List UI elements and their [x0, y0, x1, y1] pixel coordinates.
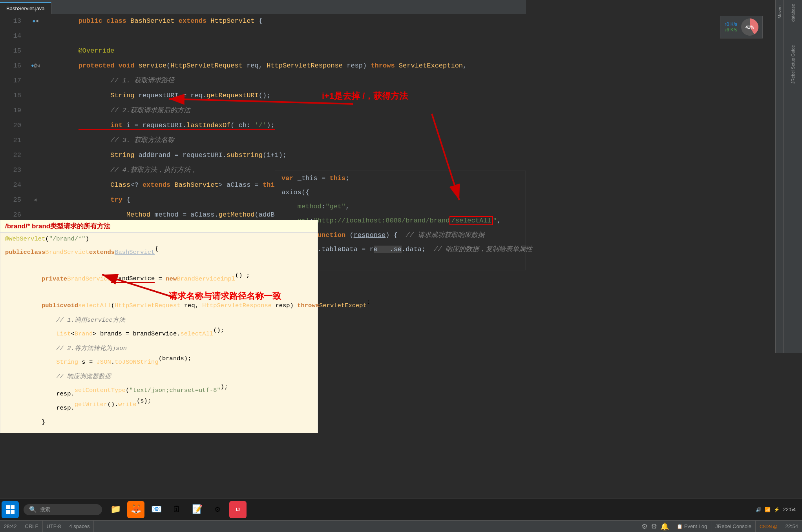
jrebel-label[interactable]: JRebel Setup Guide	[791, 45, 795, 84]
line-num-16: 16	[0, 58, 27, 73]
js-line-2: axios({	[275, 185, 526, 199]
status-indent[interactable]: 4 spaces	[65, 521, 94, 532]
brand-header-label: /brand/* brand类型请求的所有方法	[0, 220, 318, 233]
annotation-arrow1-text: i+1是去掉 /，获得方法	[322, 90, 408, 102]
bottom-line-14: }	[0, 412, 318, 433]
bottom-line-12: resp.setContentType("text/json;charset=u…	[0, 383, 318, 397]
maven-label[interactable]: Maven	[776, 4, 784, 20]
bottom-line-9: // 2.将方法转化为json	[0, 341, 318, 355]
bottom-popup: /brand/* brand类型请求的所有方法 @WebServlet("/br…	[0, 220, 318, 433]
clock: 22:54	[783, 506, 796, 512]
right-panel: database JRebel Setup Guide	[783, 0, 802, 353]
jrebel-console-text: JRebel Console	[715, 523, 751, 529]
gutter-arrow-13: ◄	[36, 14, 38, 29]
tab-bar: BashServiet.java	[0, 0, 526, 14]
gutter-bookmark-25: ◁	[34, 193, 37, 208]
tab-label: BashServiet.java	[6, 5, 45, 11]
maven-panel: Maven	[775, 0, 783, 353]
status-position-text: 28:42	[4, 523, 17, 529]
annotation-arrow2-text: 请求名称与请求路径名称一致	[169, 290, 281, 302]
line-num-18: 18	[0, 88, 27, 103]
jrebel-console[interactable]: JRebel Console	[711, 521, 756, 532]
bottom-line-8: List<Brand> brands = brandService.select…	[0, 327, 318, 341]
bottom-line-4: private BrandService brandService = new …	[0, 272, 318, 286]
indent-text: 4 spaces	[69, 523, 90, 529]
svg-rect-8	[11, 510, 15, 514]
taskbar-icon-intellij[interactable]: IJ	[229, 501, 247, 518]
event-log-text: Event Log	[684, 523, 707, 529]
tray-icon-2: 📶	[765, 507, 771, 512]
taskbar-icon-3[interactable]: 📧	[148, 501, 165, 518]
gutter-icon-16b: @	[34, 58, 37, 73]
gutter-25: ◁	[27, 193, 43, 208]
bottom-line-11: // 响应浏览器数据	[0, 369, 318, 383]
line-ending-text: CRLF	[25, 523, 38, 529]
speed-up: ↑0 K/s	[724, 22, 737, 27]
js-line-1: var _this = this;	[275, 171, 526, 185]
line-num-24: 24	[0, 178, 27, 193]
network-widget: ↑0 K/s ↓6 K/s 41%	[720, 16, 763, 38]
speed-down: ↓6 K/s	[724, 27, 737, 33]
bottom-line-7: // 1.调用service方法	[0, 313, 318, 327]
taskbar-icon-5[interactable]: 📝	[188, 501, 206, 518]
line-num-14: 14	[0, 29, 27, 44]
bottom-line-13: resp.getWriter().write(s);	[0, 397, 318, 412]
tray-icon-3: ⚡	[774, 507, 780, 512]
search-text: 搜索	[40, 506, 50, 513]
line-num-20: 20	[0, 118, 27, 133]
status-line-ending[interactable]: CRLF	[21, 521, 43, 532]
bottom-line-2: public class BrandServiet extends BashSe…	[0, 245, 318, 259]
js-line-3: method:"get",	[275, 199, 526, 213]
taskbar-icon-6[interactable]: ⚙	[209, 501, 226, 518]
bottom-line-3	[0, 259, 318, 272]
bottom-line-10: String s = JSON.toJSONString(brands);	[0, 355, 318, 369]
svg-rect-6	[11, 505, 15, 509]
gutter-13: ● ◄	[27, 14, 43, 29]
line-num-25: 25	[0, 193, 27, 208]
status-time: 22:54	[781, 523, 802, 529]
notification-icon[interactable]: 🔔	[660, 522, 669, 531]
status-position: 28:42	[0, 521, 21, 532]
gutter-icon-16a: ●	[31, 58, 34, 73]
windows-icon	[6, 505, 15, 514]
svg-rect-7	[6, 510, 10, 514]
taskbar-icon-2[interactable]: 🦊	[127, 501, 144, 518]
svg-rect-5	[6, 505, 10, 509]
ide-container: BashServiet.java 13 ● ◄ public class Bas…	[0, 0, 802, 532]
search-icon: 🔍	[29, 506, 37, 514]
code-line-13: 13 ● ◄ public class BashServiet extends …	[0, 14, 522, 29]
disk-usage: 41%	[741, 18, 758, 36]
start-button[interactable]	[2, 501, 19, 518]
gutter-icon-16c: ◁	[37, 58, 40, 73]
status-encoding[interactable]: UTF-8	[43, 521, 66, 532]
tab-bashserviet[interactable]: BashServiet.java	[0, 2, 51, 14]
event-log-icon: 📋	[677, 524, 683, 529]
bottom-toolbar: ⚙ ⚙ 🔔	[638, 522, 673, 531]
taskbar: 🔍 搜索 📁 🦊 📧 🗓 📝 ⚙ IJ 🔊 📶 ⚡ 22:54	[0, 498, 802, 520]
line-num-23: 23	[0, 163, 27, 178]
disk-percent: 41%	[745, 25, 754, 29]
status-bar: 28:42 CRLF UTF-8 4 spaces ⚙ ⚙ 🔔 📋 Event …	[0, 520, 802, 532]
brand-label-text: /brand/* brand类型请求的所有方法	[5, 222, 110, 230]
line-num-15: 15	[0, 44, 27, 58]
tray-icon-1: 🔊	[756, 507, 762, 512]
system-tray: 🔊 📶 ⚡ 22:54	[749, 506, 802, 512]
bottom-line-1: @WebServlet("/brand/*")	[0, 233, 318, 245]
search-bar[interactable]: 🔍 搜索	[24, 504, 102, 515]
gutter-16: ● @ ◁	[27, 58, 43, 73]
taskbar-icon-4[interactable]: 🗓	[168, 501, 185, 518]
taskbar-icon-1[interactable]: 📁	[107, 501, 124, 518]
encoding-text: UTF-8	[47, 523, 61, 529]
event-log[interactable]: 📋 Event Log	[673, 521, 712, 532]
network-speeds: ↑0 K/s ↓6 K/s	[724, 22, 737, 33]
line-num-21: 21	[0, 133, 27, 148]
line-num-22: 22	[0, 148, 27, 163]
settings-icon[interactable]: ⚙	[651, 522, 657, 531]
line-num-19: 19	[0, 103, 27, 118]
database-label[interactable]: database	[791, 4, 795, 22]
gutter-icon-13: ●	[32, 14, 35, 29]
csdn-link[interactable]: CSDN @	[756, 524, 781, 529]
gear-icon-1[interactable]: ⚙	[641, 522, 648, 531]
line-num-17: 17	[0, 73, 27, 88]
line-num-13: 13	[0, 14, 27, 29]
